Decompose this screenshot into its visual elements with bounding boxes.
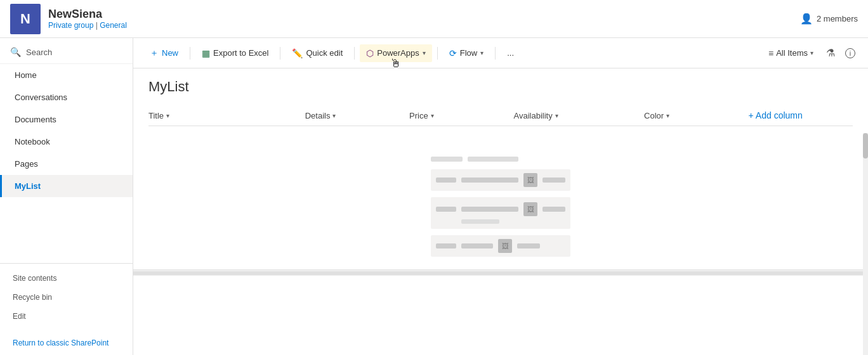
site-name: NewSiena <box>48 8 800 21</box>
skel-bar-1 <box>431 157 463 162</box>
skel-top <box>431 157 570 162</box>
more-button[interactable]: ... <box>501 44 520 61</box>
add-column-button[interactable]: + Add column <box>749 110 853 120</box>
members-button[interactable]: 👤 2 members <box>800 13 858 25</box>
sidebar-item-site-contents[interactable]: Site contents <box>0 269 133 288</box>
vertical-scrollbar[interactable] <box>863 133 868 355</box>
skel-row-2: 🖼 <box>431 197 570 229</box>
sidebar-item-conversations[interactable]: Conversations <box>0 86 133 108</box>
skel-text-2 <box>461 207 518 212</box>
skel-text-3 <box>461 243 493 248</box>
quickedit-label: Quick edit <box>306 48 343 58</box>
sidebar-item-pages[interactable]: Pages <box>0 153 133 175</box>
col-price-label: Price <box>409 111 428 120</box>
toolbar-sep-5 <box>495 47 496 60</box>
skel-btn-3 <box>517 243 540 248</box>
toolbar-sep-4 <box>437 47 438 60</box>
export-label: Export to Excel <box>213 48 268 58</box>
new-button[interactable]: ＋ New <box>143 44 185 63</box>
filter-button[interactable]: ⚗ <box>824 44 838 61</box>
members-count: 2 members <box>817 14 858 23</box>
skel-row-2b <box>436 219 565 224</box>
sidebar-item-recycle-bin[interactable]: Recycle bin <box>0 288 133 307</box>
col-details-label: Details <box>305 111 331 120</box>
skel-id-3 <box>436 243 456 248</box>
site-logo[interactable]: N <box>10 4 41 34</box>
info-button[interactable]: i <box>843 45 858 61</box>
col-availability-label: Availability <box>514 111 553 120</box>
excel-icon: ▦ <box>202 48 210 58</box>
col-header-details[interactable]: Details ▾ <box>305 111 409 120</box>
search-label: Search <box>26 48 52 57</box>
content-wrapper: ＋ New ▦ Export to Excel ✏️ Quick edit ⬡ … <box>133 38 868 355</box>
return-classic-link[interactable]: Return to classic SharePoint <box>0 331 133 355</box>
flow-chevron: ▾ <box>480 49 483 56</box>
flow-button[interactable]: ⟳ Flow ▾ <box>443 44 490 62</box>
list-header: Title ▾ Details ▾ Price ▾ Availability ▾ <box>148 105 853 126</box>
sidebar-item-edit[interactable]: Edit <box>0 307 133 326</box>
col-header-title[interactable]: Title ▾ <box>148 111 305 120</box>
skel-bar-2 <box>468 157 518 162</box>
all-items-chevron: ▾ <box>810 49 813 56</box>
more-label: ... <box>507 48 514 58</box>
horizontal-scrollbar[interactable] <box>133 269 868 276</box>
info-icon: i <box>845 48 855 58</box>
skel-text-1 <box>461 178 518 183</box>
skel-row-1: 🖼 <box>431 169 570 191</box>
logo-letter: N <box>20 11 30 27</box>
sidebar-item-documents[interactable]: Documents <box>0 108 133 131</box>
sidebar-item-mylist[interactable]: MyList <box>0 175 133 197</box>
details-sort-icon: ▾ <box>332 112 336 119</box>
header: N NewSiena Private group | General 👤 2 m… <box>0 0 868 38</box>
col-header-price[interactable]: Price ▾ <box>409 111 513 120</box>
export-excel-button[interactable]: ▦ Export to Excel <box>195 44 275 62</box>
content: ＋ New ▦ Export to Excel ✏️ Quick edit ⬡ … <box>133 38 868 269</box>
scrollbar-thumb[interactable] <box>863 133 868 158</box>
new-icon: ＋ <box>150 48 159 59</box>
sidebar-item-home[interactable]: Home <box>0 64 133 86</box>
toolbar-sep-2 <box>280 47 280 60</box>
skel-btn-1 <box>542 178 565 183</box>
view-icon: ≡ <box>768 48 773 58</box>
search-icon: 🔍 <box>10 47 21 57</box>
sidebar-bottom: Site contents Recycle bin Edit <box>0 263 133 331</box>
filter-icon: ⚗ <box>826 48 835 58</box>
skel-row-3: 🖼 <box>431 235 570 257</box>
price-sort-icon: ▾ <box>431 112 434 119</box>
sidebar-item-notebook[interactable]: Notebook <box>0 131 133 153</box>
members-icon: 👤 <box>800 13 813 25</box>
toolbar-sep-1 <box>190 47 190 60</box>
list-area: MyList Title ▾ Details ▾ Price ▾ <box>133 68 868 269</box>
list-title: MyList <box>148 79 853 95</box>
skeleton-loading: 🖼 🖼 <box>148 131 853 259</box>
col-header-color[interactable]: Color ▾ <box>644 111 748 120</box>
main-layout: 🔍 Search Home Conversations Documents No… <box>0 38 868 355</box>
add-column-label: + Add column <box>749 110 803 120</box>
site-subtitle: Private group | General <box>48 21 800 30</box>
col-color-label: Color <box>644 111 664 120</box>
skel-img-1: 🖼 <box>523 173 537 187</box>
col-title-label: Title <box>148 111 164 120</box>
color-sort-icon: ▾ <box>666 112 669 119</box>
quick-edit-button[interactable]: ✏️ Quick edit <box>286 44 349 62</box>
skel-img-2: 🖼 <box>523 202 537 216</box>
flow-icon: ⟳ <box>449 48 457 58</box>
powerapps-icon: ⬡ <box>366 48 374 58</box>
powerapps-label: PowerApps <box>377 48 419 58</box>
toolbar-sep-3 <box>354 47 355 60</box>
powerapps-button[interactable]: ⬡ PowerApps ▾ 🖱 <box>360 44 431 62</box>
new-label: New <box>162 48 178 58</box>
edit-icon: ✏️ <box>292 48 303 58</box>
toolbar: ＋ New ▦ Export to Excel ✏️ Quick edit ⬡ … <box>133 38 868 68</box>
toolbar-right: ≡ All Items ▾ ⚗ i <box>763 44 858 61</box>
skel-row-2a: 🖼 <box>436 202 565 216</box>
powerapps-chevron: ▾ <box>423 49 426 56</box>
skel-img-3: 🖼 <box>498 239 512 253</box>
sidebar-search[interactable]: 🔍 Search <box>0 41 133 64</box>
all-items-button[interactable]: ≡ All Items ▾ <box>763 46 819 61</box>
skel-sub-1 <box>461 219 499 224</box>
header-right: 👤 2 members <box>800 13 858 25</box>
col-header-availability[interactable]: Availability ▾ <box>514 111 645 120</box>
site-info: NewSiena Private group | General <box>48 8 800 30</box>
skel-id-1 <box>436 178 456 183</box>
